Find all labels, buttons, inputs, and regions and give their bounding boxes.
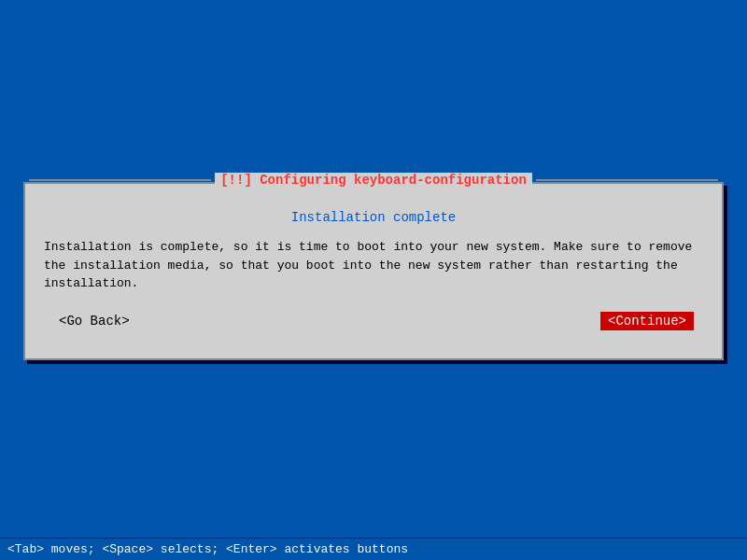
buttons-row: <Go Back> <Continue>: [44, 312, 703, 330]
dialog-box: [!!] Configuring keyboard-configuration …: [23, 182, 724, 360]
dialog-title: [!!] Configuring keyboard-configuration: [215, 173, 532, 188]
title-line-right: [536, 179, 718, 181]
go-back-button[interactable]: <Go Back>: [53, 312, 135, 330]
dialog-body: Installation complete Installation is co…: [25, 191, 722, 358]
screen: [!!] Configuring keyboard-configuration …: [0, 0, 747, 560]
title-line-left: [29, 179, 211, 181]
status-bar: <Tab> moves; <Space> selects; <Enter> ac…: [0, 538, 747, 560]
continue-button[interactable]: <Continue>: [600, 312, 694, 330]
message-text: Installation is complete, so it is time …: [44, 238, 703, 293]
status-bar-text: <Tab> moves; <Space> selects; <Enter> ac…: [7, 542, 408, 556]
installation-complete-heading: Installation complete: [44, 210, 703, 225]
dialog-title-bar: [!!] Configuring keyboard-configuration: [25, 173, 722, 188]
